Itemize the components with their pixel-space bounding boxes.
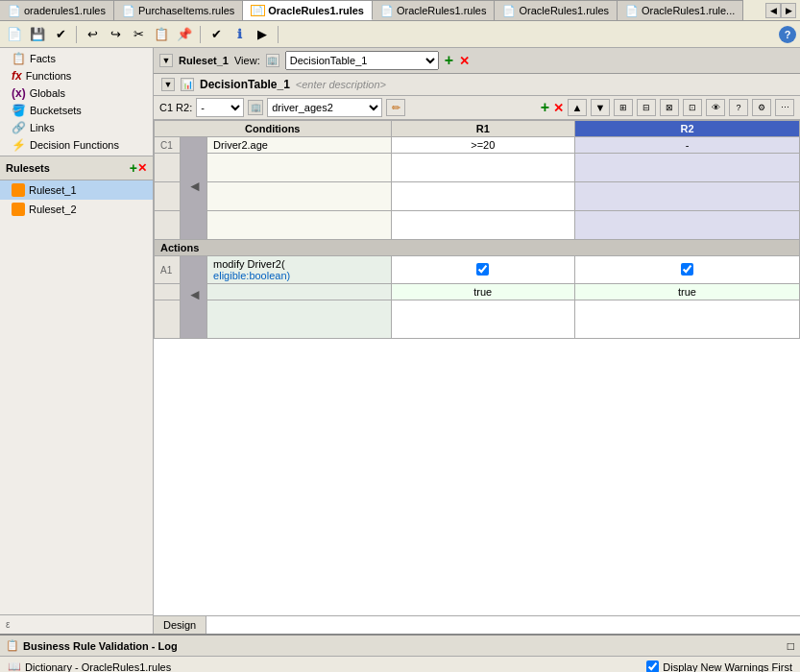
- condition-name-1[interactable]: Driver2.age: [207, 137, 391, 154]
- condition-empty-r1-1: [391, 154, 574, 182]
- tab-nav-left-btn[interactable]: ◀: [765, 3, 781, 18]
- file-icon-main: 📄: [251, 5, 265, 16]
- tab-oraclerules1-main[interactable]: 📄 OracleRules1.rules: [243, 0, 373, 20]
- run-btn[interactable]: ▶: [252, 25, 273, 44]
- actions-header-row: Actions: [155, 240, 800, 256]
- actions-section-header: Actions: [155, 240, 800, 256]
- add-col-btn[interactable]: +: [541, 99, 549, 116]
- dt-description: <enter description>: [296, 79, 386, 90]
- merge-btn[interactable]: ⊡: [683, 99, 702, 116]
- edit-cell-btn[interactable]: ✏: [386, 99, 405, 116]
- sep2: [200, 26, 201, 43]
- undo-btn[interactable]: ↩: [82, 25, 103, 44]
- action-r1-true[interactable]: true: [391, 284, 574, 300]
- action-empty-row: [155, 300, 800, 339]
- save-btn[interactable]: 💾: [27, 25, 48, 44]
- action-r2-checkbox-1[interactable]: [574, 256, 799, 284]
- design-tab[interactable]: Design: [154, 616, 206, 634]
- validate-btn[interactable]: ✔: [206, 25, 227, 44]
- action-empty-r1: [391, 300, 574, 339]
- log-subtitle-bar: 📖 Dictionary - OracleRules1.rules Displa…: [0, 657, 800, 672]
- tab-label-d: OracleRules1.rule...: [642, 5, 735, 16]
- condition-r1-value-1[interactable]: >=20: [391, 137, 574, 154]
- move-down-btn[interactable]: ▼: [591, 99, 610, 116]
- expand-collapse-btn[interactable]: ▼: [159, 54, 173, 67]
- remove-view-btn[interactable]: ✕: [459, 54, 470, 68]
- more-btn[interactable]: ⋯: [775, 99, 794, 116]
- remove-col-btn[interactable]: ✕: [553, 101, 564, 115]
- view-select[interactable]: DecisionTable_1: [285, 51, 439, 70]
- sidebar-item-bucketsets[interactable]: 🪣 Bucketsets: [4, 102, 149, 119]
- sidebar-functions-label: Functions: [26, 70, 72, 82]
- check-btn[interactable]: ✔: [50, 25, 71, 44]
- sidebar-item-globals[interactable]: (x) Globals: [4, 84, 149, 102]
- action-r1-check-input-1[interactable]: [476, 263, 489, 276]
- log-dict-icon: 📖: [8, 660, 21, 672]
- action-empty-id: [155, 300, 181, 339]
- redo-btn[interactable]: ↪: [105, 25, 126, 44]
- sidebar-item-facts[interactable]: 📋 Facts: [4, 50, 149, 67]
- rulesets-label: Rulesets: [6, 162, 50, 174]
- view-toggle-btn[interactable]: 👁: [706, 99, 725, 116]
- help-btn[interactable]: ?: [779, 26, 796, 43]
- condition-empty-r2-2: [574, 182, 799, 211]
- cell-field-select[interactable]: driver_ages2: [267, 98, 382, 117]
- sep1: [76, 26, 77, 43]
- rulesets-add-btn[interactable]: +: [130, 160, 137, 176]
- info-btn[interactable]: ℹ: [229, 25, 250, 44]
- condition-r2-value-1[interactable]: -: [574, 137, 799, 154]
- condense-btn[interactable]: ⊞: [614, 99, 633, 116]
- display-warnings-checkbox[interactable]: [646, 660, 659, 672]
- tab-oraclerules1-d[interactable]: 📄 OracleRules1.rule...: [618, 0, 743, 20]
- log-close-btn[interactable]: □: [788, 639, 794, 653]
- collapse-btn[interactable]: ε: [0, 614, 153, 634]
- condition-row-empty-1: [155, 154, 800, 182]
- conditions-header: Conditions: [155, 121, 392, 137]
- sep3: [278, 26, 279, 43]
- paste-btn[interactable]: 📌: [174, 25, 195, 44]
- ruleset-2-label: Ruleset_2: [29, 204, 77, 215]
- condition-empty-name-3: [207, 211, 391, 240]
- new-btn[interactable]: 📄: [4, 25, 25, 44]
- action-name-1[interactable]: modify Driver2( eligible:boolean): [207, 256, 391, 284]
- move-up-btn[interactable]: ▲: [568, 99, 587, 116]
- cell-type-icon[interactable]: 🏢: [248, 100, 263, 115]
- log-icon: 📋: [6, 639, 19, 652]
- action-r2-check-input-1[interactable]: [681, 263, 693, 276]
- view-icon[interactable]: 🏢: [266, 54, 279, 67]
- ruleset-item-1[interactable]: Ruleset_1: [0, 180, 153, 200]
- cut-btn[interactable]: ✂: [128, 25, 149, 44]
- decision-table-area: ▼ 📊 DecisionTable_1 <enter description> …: [154, 74, 800, 615]
- condition-empty-name-1: [207, 154, 391, 182]
- dt-collapse-btn[interactable]: ▼: [161, 78, 175, 91]
- expand-btn[interactable]: ⊟: [637, 99, 656, 116]
- settings-dt-btn[interactable]: ⚙: [752, 99, 771, 116]
- condition-empty-r2-1: [574, 154, 799, 182]
- add-view-btn[interactable]: +: [445, 52, 453, 69]
- help-dt-btn[interactable]: ?: [729, 99, 748, 116]
- tab-purchaseitems[interactable]: 📄 PurchaseItems.rules: [114, 0, 243, 20]
- file-icon-c: 📄: [502, 5, 516, 17]
- tab-nav-right-btn[interactable]: ▶: [781, 3, 796, 18]
- action-value-row-1: true true: [155, 284, 800, 300]
- sidebar-item-links[interactable]: 🔗 Links: [4, 119, 149, 136]
- display-warnings-label: Display New Warnings First: [663, 661, 792, 673]
- tab-oraclerules1-a[interactable]: 📄 oraderules1.rules: [0, 0, 114, 20]
- condition-id-1: C1: [155, 137, 181, 154]
- rulesets-header: Rulesets + ✕: [0, 156, 153, 180]
- sidebar-decision-functions-label: Decision Functions: [30, 139, 119, 151]
- rulesets-remove-btn[interactable]: ✕: [137, 161, 147, 175]
- tab-oraclerules1-b[interactable]: 📄 OracleRules1.rules: [373, 0, 496, 20]
- copy-btn[interactable]: 📋: [151, 25, 172, 44]
- cell-value-select[interactable]: -: [196, 98, 244, 117]
- split-btn[interactable]: ⊠: [660, 99, 679, 116]
- sidebar-item-functions[interactable]: fx Functions: [4, 67, 149, 84]
- sidebar-item-decision-functions[interactable]: ⚡ Decision Functions: [4, 136, 149, 154]
- tab-label-b: OracleRules1.rules: [397, 5, 487, 16]
- action-r2-true[interactable]: true: [574, 284, 799, 300]
- action-r1-checkbox-1[interactable]: [391, 256, 574, 284]
- ruleset-item-2[interactable]: Ruleset_2: [0, 200, 153, 219]
- tab-oraclerules1-c[interactable]: 📄 OracleRules1.rules: [495, 0, 618, 20]
- decision-functions-icon: ⚡: [12, 138, 26, 152]
- main-layout: 📋 Facts fx Functions (x) Globals 🪣 Bucke…: [0, 48, 800, 634]
